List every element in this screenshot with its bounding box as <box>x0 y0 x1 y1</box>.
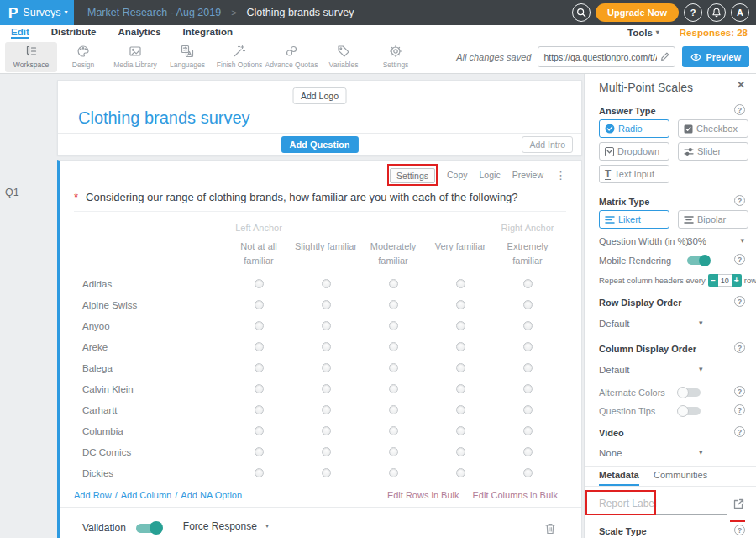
tab-distribute[interactable]: Distribute <box>51 27 97 39</box>
tab-communities[interactable]: Communities <box>654 470 707 480</box>
radio-button[interactable] <box>456 363 465 372</box>
radio-button[interactable] <box>523 342 533 351</box>
radio-button[interactable] <box>255 321 264 330</box>
radio-button[interactable] <box>322 300 331 309</box>
question-text[interactable]: Considering our range of clothing brands… <box>86 191 518 203</box>
help-icon[interactable]: ? <box>734 386 745 397</box>
add-question-button[interactable]: Add Question <box>281 136 358 153</box>
column-header[interactable]: Slightly familiar <box>295 240 357 254</box>
column-header[interactable]: Moderately familiar <box>360 240 427 268</box>
alternate-colors-toggle[interactable] <box>679 388 701 397</box>
radio-button[interactable] <box>255 447 264 456</box>
radio-button[interactable] <box>255 279 264 288</box>
radio-button[interactable] <box>255 363 264 372</box>
answer-type-radio[interactable]: Radio <box>599 119 669 138</box>
app-logo[interactable]: P Surveys ▾ <box>0 0 74 25</box>
help-button[interactable]: ? <box>684 3 702 22</box>
question-copy-button[interactable]: Copy <box>447 170 468 180</box>
survey-url-input[interactable] <box>543 52 657 62</box>
column-header[interactable]: Not at all familiar <box>225 240 292 268</box>
radio-button[interactable] <box>389 342 398 351</box>
report-label-input[interactable]: Report Label <box>599 498 657 509</box>
minus-button[interactable]: – <box>708 274 718 287</box>
add-column-link[interactable]: Add Column <box>121 490 172 500</box>
matrix-type-bipolar[interactable]: Bipolar <box>678 210 748 229</box>
product-menu[interactable]: Surveys ▾ <box>23 7 67 18</box>
radio-button[interactable] <box>523 405 533 414</box>
help-icon[interactable]: ? <box>734 525 745 535</box>
radio-button[interactable] <box>389 447 398 456</box>
open-report-label-button[interactable] <box>733 498 744 509</box>
radio-button[interactable] <box>255 342 264 351</box>
video-value[interactable]: None <box>599 448 622 458</box>
search-button[interactable] <box>572 3 591 22</box>
ribbon-item-variables[interactable]: Variables <box>318 42 370 72</box>
answer-type-checkbox[interactable]: Checkbox <box>678 119 748 138</box>
help-icon[interactable]: ? <box>734 104 745 115</box>
radio-button[interactable] <box>523 321 533 330</box>
radio-button[interactable] <box>255 384 264 393</box>
radio-button[interactable] <box>389 384 398 393</box>
tab-analytics[interactable]: Analytics <box>118 27 160 39</box>
tab-edit[interactable]: Edit <box>11 27 29 39</box>
responses-count[interactable]: Responses: 28 <box>680 28 748 38</box>
radio-button[interactable] <box>523 468 533 477</box>
notifications-button[interactable] <box>707 3 726 22</box>
radio-button[interactable] <box>322 384 331 393</box>
radio-button[interactable] <box>389 321 398 330</box>
breadcrumb-folder[interactable]: Market Research - Aug 2019 <box>87 7 221 18</box>
radio-button[interactable] <box>456 321 465 330</box>
repeat-rows-value[interactable]: 10 <box>718 274 732 287</box>
ribbon-item-workspace[interactable]: Workspace <box>5 42 57 72</box>
radio-button[interactable] <box>456 426 465 435</box>
ribbon-item-design[interactable]: Design <box>57 42 109 72</box>
radio-button[interactable] <box>322 468 331 477</box>
ribbon-item-advance-quotas[interactable]: Advance Quotas <box>265 42 318 72</box>
add-na-option-link[interactable]: Add NA Option <box>181 490 242 500</box>
validation-toggle[interactable] <box>136 524 161 533</box>
chevron-down-icon[interactable]: ▾ <box>699 366 703 373</box>
column-display-order-value[interactable]: Default <box>599 365 629 375</box>
radio-button[interactable] <box>255 300 264 309</box>
radio-button[interactable] <box>389 363 398 372</box>
question-logic-button[interactable]: Logic <box>480 170 501 180</box>
radio-button[interactable] <box>389 300 398 309</box>
tab-metadata[interactable]: Metadata <box>599 470 639 486</box>
help-icon[interactable]: ? <box>734 426 745 437</box>
radio-button[interactable] <box>322 405 331 414</box>
radio-button[interactable] <box>322 321 331 330</box>
column-header[interactable]: Very familiar <box>435 240 486 254</box>
add-intro-button[interactable]: Add Intro <box>522 136 573 153</box>
delete-question-button[interactable] <box>544 522 556 535</box>
avatar[interactable]: A <box>731 3 749 22</box>
close-icon[interactable]: ✕ <box>737 79 745 91</box>
radio-button[interactable] <box>322 342 331 351</box>
radio-button[interactable] <box>523 447 533 456</box>
radio-button[interactable] <box>322 426 331 435</box>
preview-button[interactable]: Preview <box>682 46 749 67</box>
ribbon-item-settings[interactable]: Settings <box>370 42 422 72</box>
radio-button[interactable] <box>456 300 465 309</box>
chevron-down-icon[interactable]: ▾ <box>740 237 744 245</box>
radio-button[interactable] <box>322 447 331 456</box>
answer-type-dropdown[interactable]: Dropdown <box>599 142 669 161</box>
radio-button[interactable] <box>389 468 398 477</box>
more-options-icon[interactable]: ⋮ <box>555 169 566 182</box>
radio-button[interactable] <box>389 426 398 435</box>
help-icon[interactable]: ? <box>734 195 745 206</box>
radio-button[interactable] <box>456 447 465 456</box>
radio-button[interactable] <box>456 468 465 477</box>
chevron-down-icon[interactable]: ▾ <box>699 449 703 456</box>
radio-button[interactable] <box>523 279 533 288</box>
upgrade-now-button[interactable]: Upgrade Now <box>596 3 679 22</box>
column-header[interactable]: Extremely familiar <box>494 240 561 268</box>
ribbon-item-finish-options[interactable]: Finish Options <box>213 42 265 72</box>
question-preview-button[interactable]: Preview <box>512 170 543 180</box>
radio-button[interactable] <box>523 300 533 309</box>
radio-button[interactable] <box>523 363 533 372</box>
help-icon[interactable]: ? <box>734 296 745 307</box>
radio-button[interactable] <box>322 363 331 372</box>
answer-type-text-input[interactable]: T Text Input <box>599 165 669 183</box>
mobile-rendering-toggle[interactable] <box>687 256 709 265</box>
radio-button[interactable] <box>255 468 264 477</box>
